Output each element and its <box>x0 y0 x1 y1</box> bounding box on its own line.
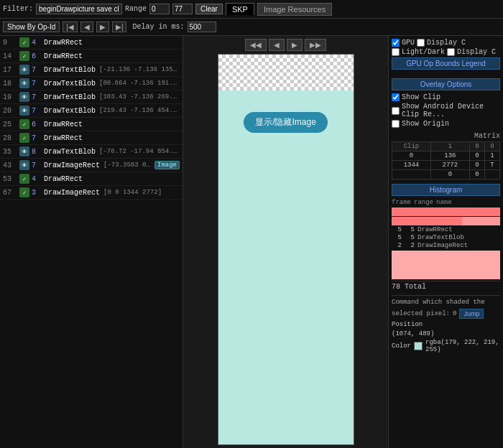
right-panel: GPU Display C Light/Dark Display C GPU O… <box>388 36 503 448</box>
op-args: [103.43 -7.136 269.918 67.176] <box>99 93 180 101</box>
main-layout: 9✓4DrawRRect14✓6DrawRRect17👁7DrawTextBlo… <box>0 36 503 448</box>
nav-prev-button[interactable]: ◀ <box>80 22 93 32</box>
range-end-input[interactable] <box>172 4 193 14</box>
show-hide-image-button[interactable]: 显示/隐藏Image <box>244 112 328 133</box>
op-count: 7 <box>32 80 42 88</box>
op-count: 7 <box>32 134 42 142</box>
op-row[interactable]: 28✓7DrawRRect <box>0 131 183 145</box>
clear-button[interactable]: Clear <box>195 4 223 14</box>
op-count: 8 <box>32 148 42 156</box>
canvas-btn-prev[interactable]: ◀ <box>269 39 285 51</box>
show-clip-row: Show Clip <box>392 93 500 101</box>
op-num: 28 <box>3 134 17 142</box>
overlay-options-button[interactable]: Overlay Options <box>392 78 500 90</box>
op-name: DrawRRect <box>44 121 83 129</box>
op-num: 43 <box>3 162 17 169</box>
op-row[interactable]: 43👁7DrawImageRect[-73.3583 0 1417.5...Im… <box>0 159 183 172</box>
pixel-cmd: Command which shaded the <box>392 299 500 307</box>
op-args: [-21.136 -7.136 135.382 67.176] <box>99 66 180 73</box>
gpu-checkbox[interactable] <box>392 39 400 47</box>
pixel-info: Command which shaded the selected pixel:… <box>392 295 500 353</box>
matrix-section: Matrix Clip 1 0 0 0 136 0 1 1344 2772 <box>392 132 500 179</box>
eye-icon: 👁 <box>19 106 29 116</box>
check-icon: ✓ <box>19 174 29 184</box>
op-name: DrawTextBlob <box>44 148 96 156</box>
op-name: DrawTextBlob <box>44 107 96 115</box>
filter-input[interactable] <box>36 4 122 14</box>
hist-row-1: 5 5 DrawRRect <box>392 226 500 233</box>
canvas-btn-first[interactable]: ◀◀ <box>245 39 267 51</box>
nav-last-button[interactable]: ▶| <box>112 22 127 32</box>
show-origin-row: Show Origin <box>392 120 500 128</box>
op-name: DrawRRect <box>44 134 83 142</box>
op-row[interactable]: 19👁7DrawTextBlob[103.43 -7.136 269.918 6… <box>0 90 183 104</box>
eye-icon: 👁 <box>19 92 29 102</box>
tab-skp[interactable]: SKP <box>226 3 254 15</box>
check-icon: ✓ <box>19 37 29 47</box>
gpu-bounds-button[interactable]: GPU Op Bounds Legend <box>392 57 500 70</box>
delay-input[interactable] <box>188 22 216 32</box>
hist-row-2: 5 5 DrawTextBlob <box>392 234 500 241</box>
light-dark-checkbox[interactable] <box>392 48 400 56</box>
color-row: Color rgba(179, 222, 219, 255) <box>392 339 500 353</box>
op-name: DrawImageRect <box>44 162 100 169</box>
op-args: [-73.3583 0 1417.5... <box>103 162 151 169</box>
show-android-checkbox[interactable] <box>392 107 400 115</box>
op-num: 18 <box>3 80 17 88</box>
eye-icon: 👁 <box>19 78 29 88</box>
op-count: 6 <box>32 52 42 60</box>
position-row: Position <box>392 321 500 328</box>
show-clip-checkbox[interactable] <box>392 93 400 101</box>
nav-first-button[interactable]: |◀ <box>63 22 78 32</box>
range-start-input[interactable] <box>149 4 170 14</box>
op-count: 7 <box>32 162 42 169</box>
op-count: 4 <box>32 175 42 183</box>
checkerboard <box>218 55 354 90</box>
op-row[interactable]: 9✓4DrawRRect <box>0 36 183 50</box>
op-row[interactable]: 18👁7DrawTextBlob[80.864 -7.136 191.382 6… <box>0 77 183 90</box>
check-icon: ✓ <box>19 51 29 61</box>
gpu-checkbox-row: GPU Display C <box>392 39 500 47</box>
hist-bar-1 <box>392 207 500 216</box>
op-row[interactable]: 53✓4DrawRRect <box>0 172 183 186</box>
op-row[interactable]: 67✓3DrawImageRect[0 0 1344 2772] <box>0 186 183 200</box>
hist-total: 78 Total <box>392 281 500 291</box>
display-c-label: Display C <box>427 39 466 47</box>
op-count: 4 <box>32 39 42 47</box>
op-row[interactable]: 25✓6DrawRRect <box>0 118 183 131</box>
display-c2-checkbox[interactable] <box>447 48 455 56</box>
display-c-checkbox[interactable] <box>417 39 425 47</box>
op-num: 9 <box>3 39 17 47</box>
op-row[interactable]: 14✓6DrawRRect <box>0 50 183 63</box>
op-row[interactable]: 17👁7DrawTextBlob[-21.136 -7.136 135.382 … <box>0 63 183 77</box>
nav-next-button[interactable]: ▶ <box>96 22 109 32</box>
op-badge: Image <box>154 161 180 169</box>
ops-list: 9✓4DrawRRect14✓6DrawRRect17👁7DrawTextBlo… <box>0 36 183 448</box>
color-label: Color <box>392 342 411 350</box>
filter-label: Filter: <box>3 5 33 13</box>
canvas-btn-next[interactable]: ▶ <box>287 39 303 51</box>
show-origin-checkbox[interactable] <box>392 120 400 128</box>
matrix-table: Clip 1 0 0 0 136 0 1 1344 2772 0 T <box>392 141 500 179</box>
tab-image-resources[interactable]: Image Resources <box>257 3 332 16</box>
op-row[interactable]: 35👁8DrawTextBlob[-76.72 -17.94 854.138 1… <box>0 145 183 159</box>
histogram-section: Histogram frame range name 5 5 DrawRRect… <box>392 184 500 291</box>
jump-button[interactable]: Jump <box>459 309 484 319</box>
show-by-op-id-button[interactable]: Show By Op-Id <box>3 22 60 32</box>
check-icon: ✓ <box>19 133 29 143</box>
op-name: DrawRRect <box>44 175 83 183</box>
op-num: 35 <box>3 148 17 156</box>
histogram-button[interactable]: Histogram <box>392 184 500 196</box>
hist-bar-2 <box>392 217 500 225</box>
canvas-panel: ◀◀ ◀ ▶ ▶▶ 显示/隐藏Image <box>183 36 388 448</box>
canvas-area: 显示/隐藏Image <box>218 54 354 445</box>
show-origin-label: Show Origin <box>402 120 449 128</box>
canvas-btn-last[interactable]: ▶▶ <box>305 39 326 51</box>
canvas-toolbar: ◀◀ ◀ ▶ ▶▶ <box>245 39 326 51</box>
show-clip-label: Show Clip <box>402 93 440 101</box>
op-count: 7 <box>32 66 42 74</box>
op-row[interactable]: 20👁7DrawTextBlob[219.43 -7.136 454.715 6… <box>0 104 183 118</box>
show-android-label: Show Android Device Clip Re... <box>402 103 500 118</box>
op-args: [0 0 1344 2772] <box>103 189 162 196</box>
matrix-label: Matrix <box>392 132 500 140</box>
